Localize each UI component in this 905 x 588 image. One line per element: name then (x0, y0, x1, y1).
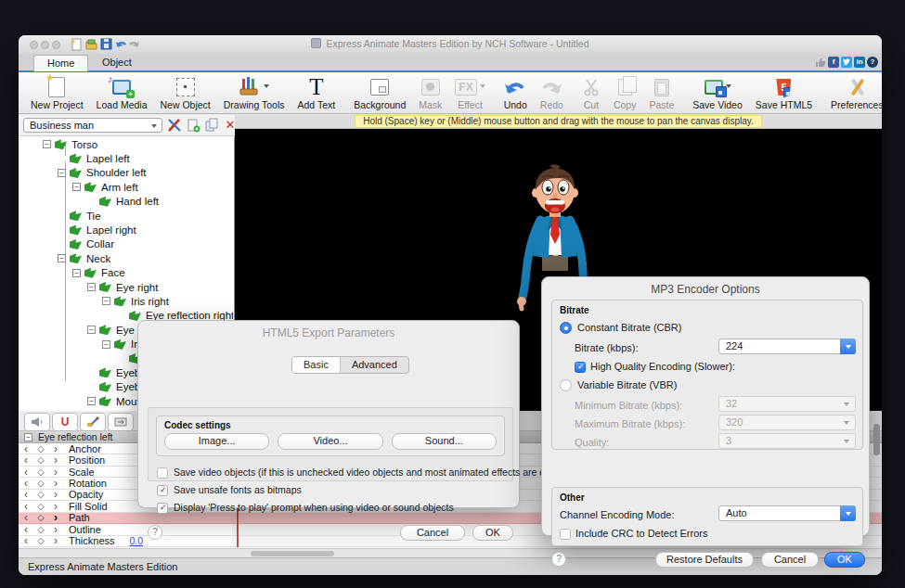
tree-expander-minus[interactable]: − (102, 297, 110, 305)
timeline-row[interactable]: ‹◇›Thickness0.0 (19, 536, 232, 547)
ok-button[interactable]: OK (824, 552, 865, 568)
tree-item[interactable]: −Shoulder left (19, 166, 233, 180)
prev-keyframe-button[interactable]: ‹ (19, 467, 33, 478)
tree-expander-minus[interactable]: − (102, 340, 110, 349)
brush-button[interactable] (80, 413, 106, 431)
cancel-button[interactable]: Cancel (400, 525, 465, 541)
tree-item[interactable]: −Iris right (19, 294, 233, 308)
tree-item[interactable]: −Eye right (19, 280, 233, 294)
ok-button[interactable]: OK (472, 525, 513, 541)
prev-keyframe-button[interactable]: ‹ (19, 512, 33, 523)
tree-expander-minus[interactable]: − (72, 269, 81, 277)
next-keyframe-button[interactable]: › (48, 478, 63, 489)
add-keyframe-button[interactable]: ◇ (33, 512, 48, 523)
undo-button[interactable]: Undo (498, 74, 534, 113)
prev-keyframe-button[interactable]: ‹ (19, 501, 33, 512)
press-to-play-checkbox[interactable] (157, 503, 168, 514)
tree-expander-minus[interactable]: − (87, 397, 96, 405)
cancel-button[interactable]: Cancel (761, 552, 819, 568)
next-keyframe-button[interactable]: › (48, 454, 63, 466)
tree-item[interactable]: Hand left (19, 195, 233, 209)
tree-expander-minus[interactable]: − (72, 183, 81, 191)
add-text-button[interactable]: T Add Text (291, 74, 343, 113)
titlebar[interactable]: ★ Express Animate Masters Edition by NCH… (19, 35, 882, 55)
add-keyframe-button[interactable]: ◇ (33, 489, 48, 500)
tool-button-4[interactable] (108, 413, 134, 431)
add-keyframe-button[interactable]: ◇ (33, 443, 48, 454)
unsafe-fonts-checkbox[interactable] (157, 485, 168, 496)
sound-codec-button[interactable]: Sound... (392, 433, 497, 450)
preferences-button[interactable]: Preferences (824, 74, 882, 113)
prev-keyframe-button[interactable]: ‹ (19, 454, 33, 466)
next-keyframe-button[interactable]: › (48, 512, 63, 523)
like-icon[interactable] (815, 57, 826, 68)
add-keyframe-button[interactable]: ◇ (33, 501, 48, 512)
tree-item[interactable]: Tie (19, 209, 233, 223)
next-keyframe-button[interactable]: › (48, 535, 63, 546)
facebook-icon[interactable]: f (828, 57, 839, 68)
video-codec-button[interactable]: Video... (278, 433, 382, 450)
prev-keyframe-button[interactable]: ‹ (19, 478, 33, 489)
prev-keyframe-button[interactable]: ‹ (19, 489, 33, 500)
new-project-button[interactable]: ★ New Project (24, 74, 90, 113)
prev-keyframe-button[interactable]: ‹ (19, 443, 33, 454)
next-keyframe-button[interactable]: › (48, 501, 63, 512)
load-media-button[interactable]: ♪+ Load Media (90, 74, 154, 113)
tree-item[interactable]: Lapel right (19, 223, 233, 236)
object-selector[interactable]: Business man (23, 118, 162, 133)
next-keyframe-button[interactable]: › (48, 443, 63, 454)
add-keyframe-button[interactable]: ◇ (33, 454, 48, 466)
tree-expander-minus[interactable]: − (87, 283, 96, 291)
tree-expander-minus[interactable]: − (58, 169, 66, 177)
tree-item[interactable]: −Neck (19, 251, 233, 265)
tree-item[interactable]: −Face (19, 266, 233, 280)
tree-item[interactable]: −Arm left (19, 180, 233, 194)
audio-button[interactable] (24, 413, 50, 431)
vbr-radio[interactable] (560, 379, 572, 391)
add-keyframe-button[interactable]: ◇ (33, 478, 48, 489)
duplicate-object-button[interactable] (186, 118, 200, 133)
snap-magnet-button[interactable]: U (52, 413, 78, 431)
cbr-radio[interactable] (560, 322, 572, 334)
tab-home[interactable]: Home (33, 55, 88, 71)
add-keyframe-button[interactable]: ◇ (33, 467, 48, 478)
new-object-button[interactable]: New Object (153, 74, 216, 113)
help-icon[interactable]: ? (867, 57, 878, 68)
timeline-row[interactable]: ‹◇›Outline (19, 524, 232, 535)
save-html5-button[interactable]: 5 Save HTML5 (749, 74, 819, 113)
tab-basic[interactable]: Basic (292, 357, 340, 373)
tree-expander-minus[interactable]: − (87, 326, 96, 334)
vertical-scrollbar[interactable] (873, 424, 880, 455)
linkedin-icon[interactable]: in (854, 57, 865, 68)
drawing-tools-button[interactable]: Drawing Tools (217, 74, 291, 113)
tree-item[interactable]: Collar (19, 237, 233, 251)
collapse-icon[interactable]: − (24, 433, 32, 441)
prev-keyframe-button[interactable]: ‹ (19, 535, 33, 546)
add-keyframe-button[interactable]: ◇ (33, 535, 48, 546)
twitter-icon[interactable] (841, 57, 852, 68)
copy-object-button[interactable] (204, 118, 219, 133)
tab-advanced[interactable]: Advanced (340, 357, 408, 373)
add-keyframe-button[interactable]: ◇ (33, 524, 48, 535)
help-button[interactable]: ? (551, 552, 566, 567)
tree-item[interactable]: Lapel left (19, 151, 233, 165)
tree-expander-minus[interactable]: − (43, 140, 51, 148)
channel-mode-select[interactable]: Auto (718, 505, 856, 521)
background-button[interactable]: Background (347, 74, 412, 113)
image-codec-button[interactable]: Image... (164, 433, 269, 450)
crc-checkbox[interactable] (560, 529, 571, 540)
property-value-link[interactable]: 0.0 (130, 535, 144, 546)
help-button[interactable]: ? (148, 525, 162, 540)
tree-expander-minus[interactable]: − (58, 254, 66, 262)
next-keyframe-button[interactable]: › (48, 524, 63, 535)
prev-keyframe-button[interactable]: ‹ (19, 524, 33, 535)
bitrate-select[interactable]: 224 (718, 339, 856, 354)
edit-tools-button[interactable] (167, 118, 182, 133)
tab-object[interactable]: Object (89, 55, 145, 70)
next-keyframe-button[interactable]: › (48, 489, 63, 500)
tree-item[interactable]: −Torso (19, 137, 233, 151)
save-video-button[interactable]: Save Video (686, 74, 749, 113)
restore-defaults-button[interactable]: Restore Defaults (655, 552, 754, 568)
save-video-objects-checkbox[interactable] (157, 467, 168, 479)
next-keyframe-button[interactable]: › (48, 467, 63, 478)
